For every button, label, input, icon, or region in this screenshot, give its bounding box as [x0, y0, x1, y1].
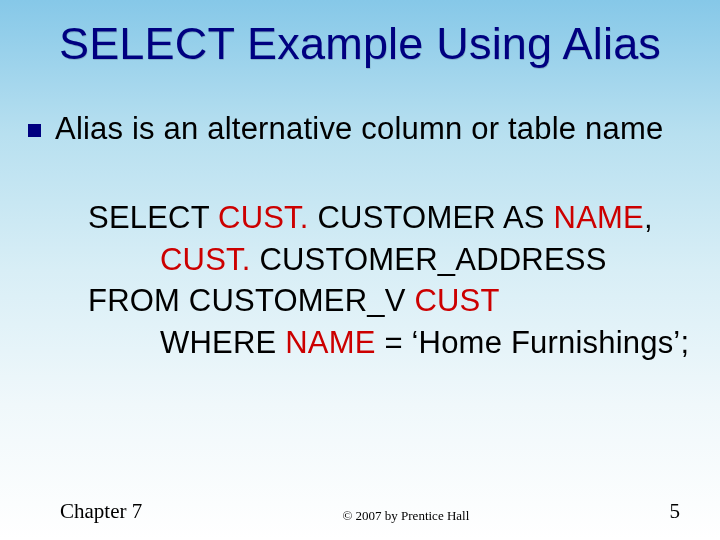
alias-cust-1: CUST.	[218, 200, 309, 235]
slide-body: Alias is an alternative column or table …	[0, 70, 720, 364]
kw-select: SELECT	[88, 200, 218, 235]
footer-page-number: 5	[670, 499, 681, 524]
comma-1: ,	[644, 200, 653, 235]
alias-cust-3: CUST	[414, 283, 499, 318]
code-line-3: FROM CUSTOMER_V CUST	[88, 280, 700, 322]
alias-name-2: NAME	[285, 325, 375, 360]
square-bullet-icon	[28, 124, 41, 137]
code-line-2: CUST. CUSTOMER_ADDRESS	[88, 239, 700, 281]
bullet-text: Alias is an alternative column or table …	[55, 110, 663, 149]
col-address: CUSTOMER_ADDRESS	[251, 242, 607, 277]
footer-copyright: © 2007 by Prentice Hall	[142, 508, 669, 524]
code-line-4: WHERE NAME = ‘Home Furnishings’;	[88, 322, 700, 364]
alias-cust-2: CUST.	[160, 242, 251, 277]
sql-code-block: SELECT CUST. CUSTOMER AS NAME, CUST. CUS…	[88, 197, 700, 364]
bullet-item: Alias is an alternative column or table …	[28, 110, 700, 149]
alias-name-1: NAME	[554, 200, 644, 235]
where-literal: = ‘Home Furnishings’;	[376, 325, 690, 360]
footer-chapter: Chapter 7	[60, 499, 142, 524]
code-line-1: SELECT CUST. CUSTOMER AS NAME,	[88, 197, 700, 239]
slide: SELECT Example Using Alias Alias is an a…	[0, 0, 720, 540]
from-clause: FROM CUSTOMER_V	[88, 283, 414, 318]
slide-footer: Chapter 7 © 2007 by Prentice Hall 5	[0, 499, 720, 524]
slide-title: SELECT Example Using Alias	[0, 0, 720, 70]
kw-where: WHERE	[160, 325, 285, 360]
col-customer: CUSTOMER AS	[309, 200, 554, 235]
